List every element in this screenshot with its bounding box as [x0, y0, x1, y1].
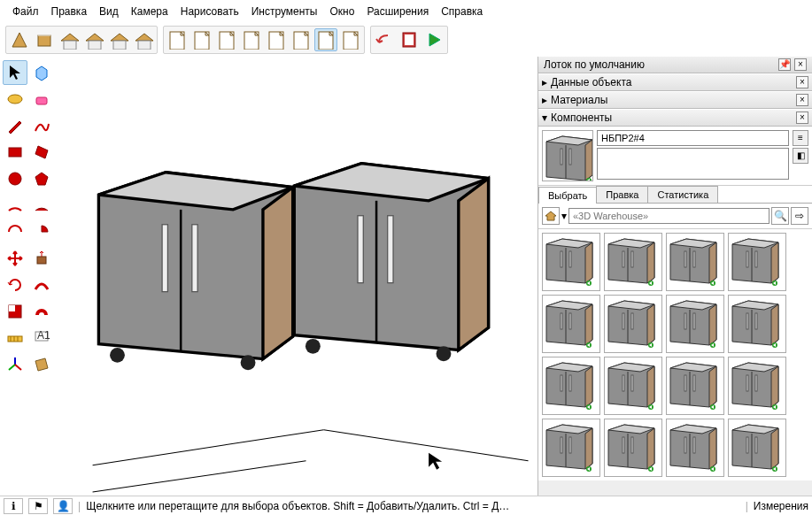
- component-item[interactable]: [542, 295, 600, 353]
- tool-rotate-icon[interactable]: [3, 273, 27, 297]
- tool-poly-icon[interactable]: [29, 166, 54, 191]
- pin-icon[interactable]: 📌: [778, 58, 791, 71]
- component-item[interactable]: [666, 357, 724, 415]
- tb-home2-icon[interactable]: [82, 28, 105, 51]
- tb-undo-icon[interactable]: [373, 28, 396, 51]
- tb-page2-icon[interactable]: [190, 28, 213, 51]
- tb-home4-icon[interactable]: [132, 28, 155, 51]
- component-item[interactable]: [604, 233, 662, 291]
- component-item[interactable]: [542, 419, 600, 477]
- status-geo-icon[interactable]: ⚑: [28, 498, 48, 514]
- search-input[interactable]: [568, 208, 769, 224]
- tool-arc2-icon[interactable]: [29, 193, 54, 218]
- tool-rotrect-icon[interactable]: [29, 140, 54, 165]
- menu-extensions[interactable]: Расширения: [361, 4, 434, 19]
- menu-bar: Файл Правка Вид Камера Нарисовать Инстру…: [0, 0, 812, 23]
- tool-move-icon[interactable]: [3, 246, 27, 271]
- svg-rect-15: [405, 35, 414, 45]
- tab-stats[interactable]: Статистика: [647, 186, 718, 203]
- tb-page7-icon[interactable]: [314, 28, 337, 51]
- search-icon[interactable]: 🔍: [771, 207, 789, 225]
- component-item[interactable]: [728, 357, 786, 415]
- tool-eraser-icon[interactable]: [29, 87, 54, 111]
- menu-file[interactable]: Файл: [7, 4, 44, 19]
- tray-title-bar[interactable]: Лоток по умолчанию 📌 ×: [538, 57, 812, 73]
- tool-followme-icon[interactable]: [29, 273, 54, 297]
- status-info-icon[interactable]: ℹ: [4, 498, 23, 514]
- tb-play-icon[interactable]: [422, 28, 445, 51]
- menu-camera[interactable]: Камера: [126, 4, 174, 19]
- tab-edit[interactable]: Правка: [596, 186, 648, 203]
- chevron-right-icon: ▸: [542, 94, 551, 106]
- component-item[interactable]: [728, 295, 786, 353]
- tool-offset-icon[interactable]: [29, 299, 54, 324]
- tab-select[interactable]: Выбрать: [538, 187, 597, 204]
- panel-close-icon[interactable]: ×: [796, 94, 808, 106]
- menu-edit[interactable]: Правка: [46, 4, 93, 19]
- chevron-down-icon[interactable]: ▾: [561, 210, 567, 222]
- component-thumb[interactable]: [542, 130, 593, 181]
- tb-box-icon[interactable]: [33, 28, 56, 51]
- tool-pushpull-icon[interactable]: [29, 246, 54, 271]
- component-item[interactable]: [542, 233, 600, 291]
- tb-page8-icon[interactable]: [339, 28, 362, 51]
- component-item[interactable]: [604, 419, 662, 477]
- tb-page6-icon[interactable]: [290, 28, 313, 51]
- tb-page3-icon[interactable]: [215, 28, 238, 51]
- viewport-3d[interactable]: [57, 57, 537, 499]
- menu-draw[interactable]: Нарисовать: [175, 4, 244, 19]
- panel-close-icon[interactable]: ×: [796, 76, 808, 88]
- tool-circle-icon[interactable]: [3, 166, 27, 191]
- tb-page4-icon[interactable]: [240, 28, 263, 51]
- svg-line-34: [9, 365, 15, 370]
- menu-help[interactable]: Справка: [436, 4, 488, 19]
- tb-page1-icon[interactable]: [166, 28, 189, 51]
- component-name-input[interactable]: [597, 130, 789, 146]
- status-bar: ℹ ⚑ 👤 | Щелкните или перетащите для выбо…: [0, 496, 812, 515]
- component-item[interactable]: [604, 295, 662, 353]
- svg-point-54: [305, 339, 321, 354]
- tool-section-icon[interactable]: [29, 352, 54, 377]
- component-item[interactable]: [604, 357, 662, 415]
- tool-freehand-icon[interactable]: [29, 113, 54, 138]
- tool-pencil-icon[interactable]: [3, 113, 27, 138]
- svg-point-47: [241, 355, 256, 370]
- tool-select-icon[interactable]: [3, 60, 27, 85]
- component-item[interactable]: [666, 295, 724, 353]
- menu-view[interactable]: Вид: [94, 4, 124, 19]
- component-item[interactable]: [728, 233, 786, 291]
- menu-tools[interactable]: Инструменты: [246, 4, 323, 19]
- component-item[interactable]: [666, 233, 724, 291]
- component-item[interactable]: [666, 419, 724, 477]
- close-icon[interactable]: ×: [794, 58, 807, 71]
- home-icon[interactable]: [542, 207, 560, 225]
- tb-new-icon[interactable]: [8, 28, 31, 51]
- panel-materials[interactable]: ▸ Материалы ×: [538, 91, 812, 109]
- component-desc-input[interactable]: [597, 148, 789, 180]
- tool-pie-icon[interactable]: [29, 219, 54, 244]
- panel-close-icon[interactable]: ×: [796, 111, 808, 124]
- svg-marker-23: [35, 173, 48, 185]
- status-user-icon[interactable]: 👤: [53, 498, 73, 514]
- menu-window[interactable]: Окно: [324, 4, 360, 19]
- tb-clipboard-icon[interactable]: [398, 28, 421, 51]
- tool-arc3-icon[interactable]: [3, 219, 27, 244]
- tb-page5-icon[interactable]: [265, 28, 288, 51]
- panel-entity-info[interactable]: ▸ Данные объекта ×: [538, 73, 812, 91]
- tool-arc-icon[interactable]: [3, 193, 27, 218]
- component-item[interactable]: [542, 357, 600, 415]
- tool-rect-icon[interactable]: [3, 140, 27, 165]
- tb-home3-icon[interactable]: [107, 28, 130, 51]
- component-item[interactable]: [728, 419, 786, 477]
- tool-cube-icon[interactable]: [29, 60, 54, 85]
- nav-icon[interactable]: ⇨: [791, 207, 808, 225]
- tool-scale-icon[interactable]: [3, 299, 27, 324]
- tb-home-icon[interactable]: [58, 28, 81, 51]
- component-menu-icon[interactable]: ≡: [793, 130, 808, 146]
- tool-tape-icon[interactable]: [3, 87, 27, 111]
- panel-components[interactable]: ▾ Компоненты ×: [538, 109, 812, 127]
- tool-axes-icon[interactable]: [3, 352, 27, 377]
- tool-text-icon[interactable]: A1: [29, 326, 54, 350]
- component-pin-icon[interactable]: ◧: [793, 148, 808, 164]
- tool-tape2-icon[interactable]: [3, 326, 27, 350]
